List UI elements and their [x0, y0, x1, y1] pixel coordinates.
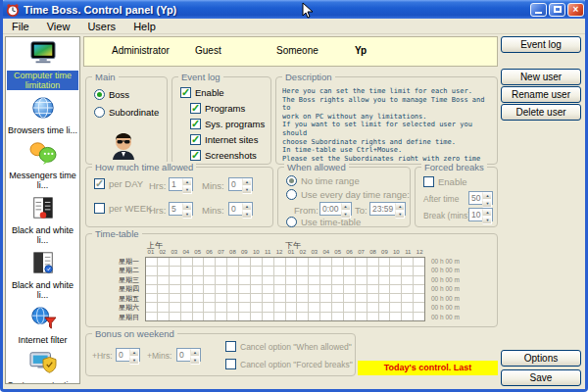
timetable-cell[interactable] [402, 303, 414, 311]
timetable-cell[interactable] [297, 267, 309, 274]
timetable-cell[interactable] [379, 303, 391, 311]
timetable-cell[interactable] [286, 294, 298, 302]
timetable-cell[interactable] [181, 267, 193, 274]
spinner-down-icon[interactable]: ▼ [129, 357, 139, 365]
menu-users[interactable]: Users [78, 20, 124, 33]
timetable-cell[interactable] [402, 294, 414, 302]
timetable-cell[interactable] [356, 313, 368, 320]
timetable-cell[interactable] [251, 303, 263, 311]
timetable-cell[interactable] [344, 258, 356, 266]
timetable-cell[interactable] [204, 313, 216, 320]
timetable-cell[interactable] [332, 267, 344, 274]
timetable-cell[interactable] [356, 303, 368, 311]
sidebar-item-black-white-list-2[interactable]: Black and white li... [6, 247, 79, 302]
forced-breaks-enable-checkbox[interactable]: Enable [423, 176, 467, 187]
timetable-cell[interactable] [379, 313, 391, 320]
timetable-cell[interactable] [414, 313, 424, 320]
timetable-cell[interactable] [274, 285, 286, 293]
timetable-cell[interactable] [263, 294, 274, 302]
timetable-cell[interactable] [390, 303, 402, 311]
timetable-cell[interactable] [297, 313, 309, 320]
rename-user-button[interactable]: Rename user [501, 86, 581, 103]
timetable-cell[interactable] [263, 313, 274, 320]
per-day-checkbox[interactable]: per DAY [94, 178, 143, 189]
spinner-down-icon[interactable]: ▼ [242, 211, 252, 219]
maximize-button[interactable] [549, 3, 565, 17]
timetable-cell[interactable] [263, 303, 274, 311]
spinner-down-icon[interactable]: ▼ [482, 200, 492, 208]
spinner-up-icon[interactable]: ▲ [182, 178, 192, 186]
timetable-cell[interactable] [181, 276, 193, 284]
timetable-cell[interactable] [402, 285, 414, 293]
timetable-cell[interactable] [170, 276, 181, 284]
timetable-cell[interactable] [414, 276, 424, 284]
timetable-cell[interactable] [286, 258, 298, 266]
timetable-cell[interactable] [216, 303, 227, 311]
timetable-cell[interactable] [239, 294, 251, 302]
timetable-cell[interactable] [368, 285, 379, 293]
timetable-cell[interactable] [158, 267, 170, 274]
timetable-cell[interactable] [146, 276, 158, 284]
new-user-button[interactable]: New user [501, 69, 581, 85]
timetable-cell[interactable] [239, 313, 251, 320]
spinner-up-icon[interactable]: ▲ [242, 203, 252, 211]
cancel-when-allowed-checkbox[interactable]: Cancel option "When allowed" [225, 341, 352, 352]
week-mins-spinner[interactable]: 0 ▲▼ [228, 202, 253, 216]
timetable-cell[interactable] [227, 303, 239, 311]
timetable-cell[interactable] [390, 285, 402, 293]
spinner-down-icon[interactable]: ▼ [182, 211, 192, 219]
timetable-cell[interactable] [181, 303, 193, 311]
timetable-cell[interactable] [320, 285, 332, 293]
timetable-cell[interactable] [332, 285, 344, 293]
timetable-cell[interactable] [390, 267, 402, 274]
timetable-cell[interactable] [368, 294, 379, 302]
timetable-cell[interactable] [158, 276, 170, 284]
timetable-cell[interactable] [379, 285, 391, 293]
spinner-up-icon[interactable]: ▲ [482, 209, 492, 217]
timetable-cell[interactable] [158, 258, 170, 266]
event-log-button[interactable]: Event log [501, 36, 581, 53]
timetable-cell[interactable] [332, 276, 344, 284]
delete-user-button[interactable]: Delete user [501, 104, 581, 121]
timetable-cell[interactable] [368, 303, 379, 311]
timetable-cell[interactable] [158, 294, 170, 302]
minimize-button[interactable] [530, 3, 547, 17]
timetable-cell[interactable] [263, 267, 274, 274]
timetable-cell[interactable] [309, 267, 320, 274]
timetable-cell[interactable] [286, 285, 298, 293]
timetable-cell[interactable] [204, 285, 216, 293]
enable-log-checkbox[interactable]: Enable [180, 87, 224, 98]
timetable-cell[interactable] [368, 276, 379, 284]
timetable-cell[interactable] [297, 294, 309, 302]
spinner-up-icon[interactable]: ▲ [182, 203, 192, 211]
break-mins-spinner[interactable]: 10 ▲▼ [468, 208, 493, 221]
day-mins-spinner[interactable]: 0 ▲▼ [228, 177, 253, 191]
timetable-cell[interactable] [239, 285, 251, 293]
timetable-cell[interactable] [193, 267, 205, 274]
every-day-range-radio[interactable]: Use every day time range: [286, 189, 410, 200]
timetable-cell[interactable] [414, 285, 424, 293]
timetable-cell[interactable] [181, 313, 193, 320]
timetable-cell[interactable] [170, 258, 181, 266]
timetable-cell[interactable] [332, 313, 344, 320]
timetable-cell[interactable] [414, 294, 424, 302]
timetable-cell[interactable] [181, 285, 193, 293]
day-hours-spinner[interactable]: 1 ▲▼ [169, 177, 193, 191]
timetable-cell[interactable] [251, 285, 263, 293]
timetable-cell[interactable] [320, 267, 332, 274]
programs-checkbox[interactable]: Programs [190, 103, 245, 114]
menu-file[interactable]: File [3, 20, 38, 33]
spinner-up-icon[interactable]: ▲ [341, 203, 351, 211]
spinner-down-icon[interactable]: ▼ [395, 211, 405, 219]
from-time-spinner[interactable]: 0:00 ▲▼ [319, 202, 352, 216]
timetable-cell[interactable] [379, 267, 391, 274]
timetable-cell[interactable] [390, 294, 402, 302]
timetable-cell[interactable] [146, 285, 158, 293]
timetable-cell[interactable] [170, 285, 181, 293]
timetable-cell[interactable] [193, 313, 205, 320]
timetable-cell[interactable] [344, 276, 356, 284]
timetable-cell[interactable] [320, 294, 332, 302]
timetable-cell[interactable] [239, 276, 251, 284]
timetable-cell[interactable] [390, 258, 402, 266]
bonus-mins-spinner[interactable]: 0 ▲▼ [176, 348, 201, 362]
